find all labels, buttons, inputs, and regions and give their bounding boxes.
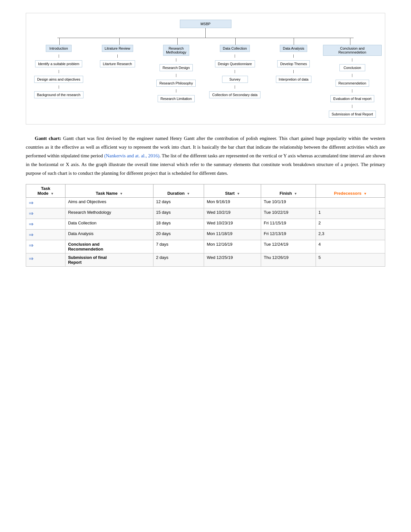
- col1-child2: Design aims and objectives: [34, 76, 83, 83]
- col4-child1: Design Questionniare: [215, 60, 255, 67]
- cell-mode: ⇒: [26, 208, 65, 219]
- gantt-bold-label: Gantt chart:: [35, 136, 61, 141]
- cell-start: Wed 10/2/19: [204, 208, 261, 219]
- cell-finish: Fri 11/15/19: [261, 219, 316, 230]
- hline-container: [29, 38, 382, 45]
- cell-name: Submission of finalReport: [65, 253, 153, 267]
- col2-child1: Litarture Research: [100, 60, 135, 67]
- org-root-label: MSBP: [180, 20, 231, 28]
- cell-predecessors: 2,3: [316, 230, 385, 240]
- tick2: [119, 38, 120, 45]
- col6-child1: Conclusion: [339, 64, 365, 71]
- cell-predecessors: 2: [316, 219, 385, 230]
- cell-duration: 15 days: [153, 208, 204, 219]
- cell-start: Mon 9/16/19: [204, 198, 261, 208]
- task-mode-icon: ⇒: [29, 200, 34, 206]
- col6-child3: Evaluation of final report: [330, 95, 375, 102]
- tick4: [235, 38, 236, 45]
- cell-finish: Thu 12/26/19: [261, 253, 316, 267]
- cell-finish: Fri 12/13/19: [261, 230, 316, 240]
- table-row: ⇒Aims and Objectives12 daysMon 9/16/19Tu…: [26, 198, 385, 208]
- col2-header: Litrature Review: [102, 45, 133, 52]
- org-chart: MSBP Introduction Identify a suitable pr…: [26, 13, 385, 124]
- cell-predecessors: 5: [316, 253, 385, 267]
- task-mode-icon: ⇒: [29, 232, 34, 238]
- cell-predecessors: [316, 198, 385, 208]
- cell-name: Aims and Objectives: [65, 198, 153, 208]
- table-row: ⇒Submission of finalReport2 daysWed 12/2…: [26, 253, 385, 267]
- tick1: [59, 38, 60, 45]
- col1-child3: Background of the research: [34, 91, 83, 98]
- cell-mode: ⇒: [26, 230, 65, 240]
- table-row: ⇒Conclusion andRecommendetion7 daysMon 1…: [26, 240, 385, 253]
- col6-child4: Submission of final Report: [329, 111, 376, 118]
- table-row: ⇒Research Methodology15 daysWed 10/2/19T…: [26, 208, 385, 219]
- table-row: ⇒Data Analysis20 daysMon 11/18/19Fri 12/…: [26, 230, 385, 240]
- col3-child1: Research Design: [160, 64, 192, 71]
- cell-duration: 12 days: [153, 198, 204, 208]
- col3-child2: Research Philosophy: [156, 80, 196, 87]
- cell-finish: Tue 10/1/19: [261, 198, 316, 208]
- cell-duration: 20 days: [153, 230, 204, 240]
- cell-mode: ⇒: [26, 198, 65, 208]
- org-col-literature: Litrature Review Litarture Research: [88, 45, 147, 67]
- col1-header: Introduction: [46, 45, 72, 52]
- col1-child1: Identify a suitable problem: [35, 60, 82, 67]
- cell-name: Data Collection: [65, 219, 153, 230]
- col5-child2: Interpretion of data: [276, 76, 311, 83]
- col4-child2: Survey: [222, 76, 248, 83]
- cell-predecessors: 1: [316, 208, 385, 219]
- cell-mode: ⇒: [26, 240, 65, 253]
- th-task-name[interactable]: Task Name ▼: [65, 184, 153, 198]
- table-row: ⇒Data Collection18 daysWed 10/23/19Fri 1…: [26, 219, 385, 230]
- col3-header: ResearchMethodology: [163, 45, 189, 56]
- col4-child3: Collection of Secondary data: [209, 91, 260, 98]
- org-col-methodology: ResearchMethodology Research Design Rese…: [147, 45, 205, 102]
- th-predecessors[interactable]: Predecessors ▼: [316, 184, 385, 198]
- cell-mode: ⇒: [26, 219, 65, 230]
- cell-name: Research Methodology: [65, 208, 153, 219]
- cell-predecessors: 4: [316, 240, 385, 253]
- cell-start: Mon 11/18/19: [204, 230, 261, 240]
- gantt-table: TaskMode ▼ Task Name ▼ Duration ▼ Start …: [26, 184, 385, 267]
- col4-header: Data Collection: [220, 45, 250, 52]
- cell-start: Wed 10/23/19: [204, 219, 261, 230]
- gantt-citation: (Nankervis and at. al., 2016): [104, 153, 159, 158]
- org-col-introduction: Introduction Identify a suitable problem…: [29, 45, 88, 98]
- th-start[interactable]: Start ▼: [204, 184, 261, 198]
- cell-name: Conclusion andRecommendetion: [65, 240, 153, 253]
- cell-mode: ⇒: [26, 253, 65, 267]
- org-columns: Introduction Identify a suitable problem…: [29, 45, 382, 118]
- col3-child3: Research Limitation: [158, 95, 195, 102]
- cell-start: Mon 12/16/19: [204, 240, 261, 253]
- gantt-paragraph: Gantt chart: Gantt chart was first devis…: [26, 134, 385, 178]
- col6-child2: Recommendetion: [336, 80, 369, 87]
- cell-duration: 7 days: [153, 240, 204, 253]
- task-mode-icon: ⇒: [29, 255, 34, 262]
- cell-start: Wed 12/25/19: [204, 253, 261, 267]
- cell-finish: Tue 10/22/19: [261, 208, 316, 219]
- task-mode-icon: ⇒: [29, 242, 34, 249]
- col5-child1: Develop Themes: [277, 60, 310, 67]
- col6-header: Conclusion and Recommnedetion: [323, 45, 382, 56]
- col5-header: Data Analysis: [280, 45, 307, 52]
- tick3: [177, 38, 178, 45]
- cell-duration: 2 days: [153, 253, 204, 267]
- org-col-datacollection: Data Collection Design Questionniare Sur…: [206, 45, 264, 98]
- task-mode-icon: ⇒: [29, 210, 34, 217]
- vline-root: [205, 28, 206, 38]
- cell-name: Data Analysis: [65, 230, 153, 240]
- org-col-conclusion: Conclusion and Recommnedetion Conclusion…: [323, 45, 382, 118]
- tick6: [350, 38, 350, 45]
- cell-finish: Tue 12/24/19: [261, 240, 316, 253]
- hline: [57, 38, 353, 38]
- org-col-dataanalysis: Data Analysis Develop Themes Interpretio…: [264, 45, 323, 83]
- th-finish[interactable]: Finish ▼: [261, 184, 316, 198]
- org-root: MSBP: [29, 20, 382, 28]
- th-task-mode[interactable]: TaskMode ▼: [26, 184, 65, 198]
- task-mode-icon: ⇒: [29, 221, 34, 227]
- th-duration[interactable]: Duration ▼: [153, 184, 204, 198]
- cell-duration: 18 days: [153, 219, 204, 230]
- table-header-row: TaskMode ▼ Task Name ▼ Duration ▼ Start …: [26, 184, 385, 198]
- tick5: [294, 38, 294, 45]
